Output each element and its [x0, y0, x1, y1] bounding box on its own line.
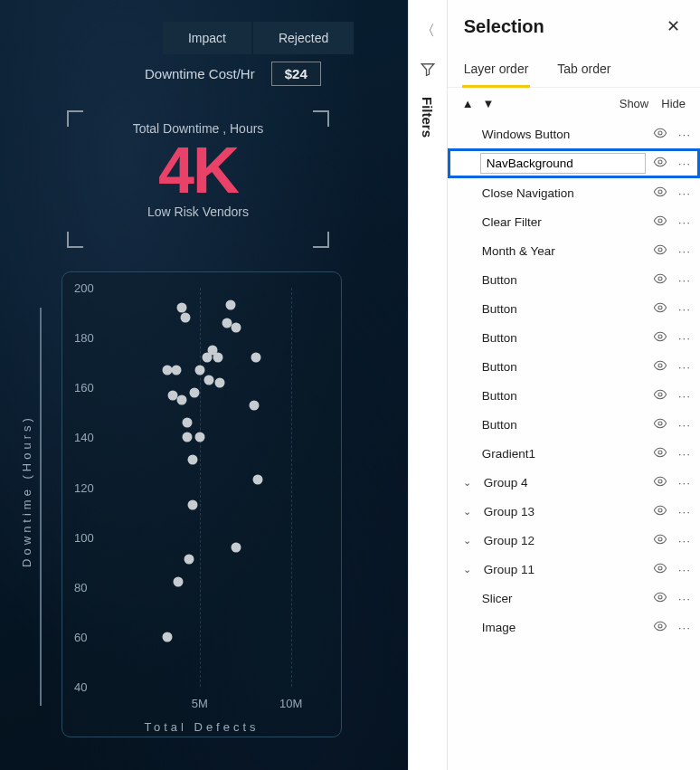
selection-item[interactable]: ···	[448, 148, 700, 178]
chart-point[interactable]	[187, 455, 197, 465]
selection-item[interactable]: Close Navigation···	[448, 178, 700, 207]
chart-point[interactable]	[184, 555, 194, 565]
chart-point[interactable]	[215, 377, 225, 387]
visibility-eye-icon[interactable]	[651, 416, 669, 433]
chart-point[interactable]	[180, 313, 190, 323]
more-options-icon[interactable]: ···	[675, 563, 691, 576]
selection-item[interactable]: Slicer···	[448, 584, 700, 613]
more-options-icon[interactable]: ···	[675, 360, 691, 374]
chart-point[interactable]	[253, 475, 263, 485]
visibility-eye-icon[interactable]	[651, 590, 669, 607]
visibility-eye-icon[interactable]	[651, 185, 669, 202]
scatter-chart[interactable]: Total Defects 5M10M406080100120140160180…	[61, 271, 342, 737]
chart-point[interactable]	[189, 387, 199, 397]
visibility-eye-icon[interactable]	[651, 329, 669, 347]
chevron-down-icon[interactable]: ⌄	[460, 564, 475, 575]
more-options-icon[interactable]: ···	[675, 302, 691, 316]
visibility-eye-icon[interactable]	[651, 445, 669, 462]
selection-item[interactable]: Gradient1···	[448, 439, 700, 468]
more-options-icon[interactable]: ···	[675, 389, 691, 403]
chart-point[interactable]	[171, 365, 181, 375]
selection-item[interactable]: ⌄Group 11···	[448, 555, 700, 584]
more-options-icon[interactable]: ···	[675, 505, 691, 518]
selection-item[interactable]: Image···	[448, 613, 700, 642]
more-options-icon[interactable]: ···	[675, 534, 691, 547]
selection-item[interactable]: ⌄Group 4···	[448, 468, 700, 497]
close-icon[interactable]: ✕	[663, 13, 684, 40]
more-options-icon[interactable]: ···	[675, 447, 691, 461]
chart-point[interactable]	[203, 375, 213, 385]
visibility-eye-icon[interactable]	[651, 242, 669, 260]
chart-point[interactable]	[162, 632, 172, 642]
more-options-icon[interactable]: ···	[675, 418, 691, 432]
metric-card[interactable]: Total Downtime , Hours 4K Low Risk Vendo…	[67, 110, 329, 248]
chart-point[interactable]	[213, 353, 223, 363]
more-options-icon[interactable]: ···	[675, 273, 691, 287]
visibility-eye-icon[interactable]	[651, 561, 669, 578]
chart-point[interactable]	[194, 433, 204, 442]
visibility-eye-icon[interactable]	[651, 271, 669, 289]
selection-item[interactable]: Button···	[448, 265, 700, 294]
selection-item[interactable]: Clear Filter···	[448, 207, 700, 236]
chart-point[interactable]	[187, 499, 197, 509]
selection-item-rename-input[interactable]	[480, 153, 646, 174]
chart-point[interactable]	[232, 542, 241, 552]
visibility-eye-icon[interactable]	[651, 300, 669, 318]
more-options-icon[interactable]: ···	[675, 592, 691, 605]
tab-rejected[interactable]: Rejected	[253, 22, 354, 54]
visibility-eye-icon[interactable]	[651, 387, 669, 404]
hide-all-button[interactable]: Hide	[661, 97, 686, 110]
chevron-down-icon[interactable]: ⌄	[460, 506, 475, 518]
more-options-icon[interactable]: ···	[675, 157, 691, 170]
chart-point[interactable]	[202, 353, 212, 363]
visibility-eye-icon[interactable]	[651, 358, 669, 375]
chevron-down-icon[interactable]: ⌄	[460, 477, 475, 489]
more-options-icon[interactable]: ···	[675, 476, 691, 490]
tab-tab-order[interactable]: Tab order	[557, 52, 610, 87]
chart-xtick: 10M	[279, 697, 302, 710]
chevron-down-icon[interactable]: ⌄	[460, 535, 475, 547]
chart-point[interactable]	[232, 323, 241, 333]
chart-point[interactable]	[173, 577, 183, 587]
tab-impact[interactable]: Impact	[163, 22, 251, 54]
chart-point[interactable]	[194, 365, 204, 375]
selection-item[interactable]: Month & Year···	[448, 236, 700, 265]
chart-point[interactable]	[182, 433, 192, 442]
chart-point[interactable]	[176, 303, 186, 313]
chart-point[interactable]	[251, 353, 261, 363]
visibility-eye-icon[interactable]	[651, 503, 669, 520]
selection-item-label: Gradient1	[480, 447, 646, 461]
filters-expand-icon[interactable]: 〈	[421, 22, 435, 41]
selection-item[interactable]: Button···	[448, 410, 700, 439]
move-down-icon[interactable]: ▼	[483, 97, 495, 110]
more-options-icon[interactable]: ···	[675, 244, 691, 258]
filters-pane-collapsed[interactable]: 〈 Filters	[408, 0, 448, 770]
selection-item[interactable]: Button···	[448, 323, 700, 352]
selection-item[interactable]: Button···	[448, 294, 700, 323]
visibility-eye-icon[interactable]	[651, 214, 669, 231]
visibility-eye-icon[interactable]	[651, 474, 669, 491]
chart-point[interactable]	[176, 395, 186, 405]
chart-point[interactable]	[226, 300, 236, 310]
more-options-icon[interactable]: ···	[675, 215, 691, 229]
selection-item[interactable]: ⌄Group 12···	[448, 526, 700, 555]
visibility-eye-icon[interactable]	[651, 619, 669, 636]
chart-point[interactable]	[182, 417, 192, 427]
svg-point-9	[658, 393, 662, 396]
selection-item[interactable]: ⌄Group 13···	[448, 497, 700, 526]
more-options-icon[interactable]: ···	[675, 621, 691, 634]
more-options-icon[interactable]: ···	[675, 128, 691, 141]
show-all-button[interactable]: Show	[620, 97, 649, 110]
tab-layer-order[interactable]: Layer order	[464, 52, 529, 87]
move-up-icon[interactable]: ▲	[462, 97, 474, 110]
selection-item[interactable]: Windows Button···	[448, 119, 700, 148]
visibility-eye-icon[interactable]	[651, 532, 669, 549]
selection-item[interactable]: Button···	[448, 381, 700, 410]
selection-item[interactable]: Button···	[448, 352, 700, 381]
visibility-eye-icon[interactable]	[651, 126, 669, 143]
kpi-value-box[interactable]: $24	[271, 62, 321, 86]
visibility-eye-icon[interactable]	[651, 155, 669, 172]
chart-point[interactable]	[250, 400, 260, 410]
more-options-icon[interactable]: ···	[675, 331, 691, 345]
more-options-icon[interactable]: ···	[675, 186, 691, 200]
